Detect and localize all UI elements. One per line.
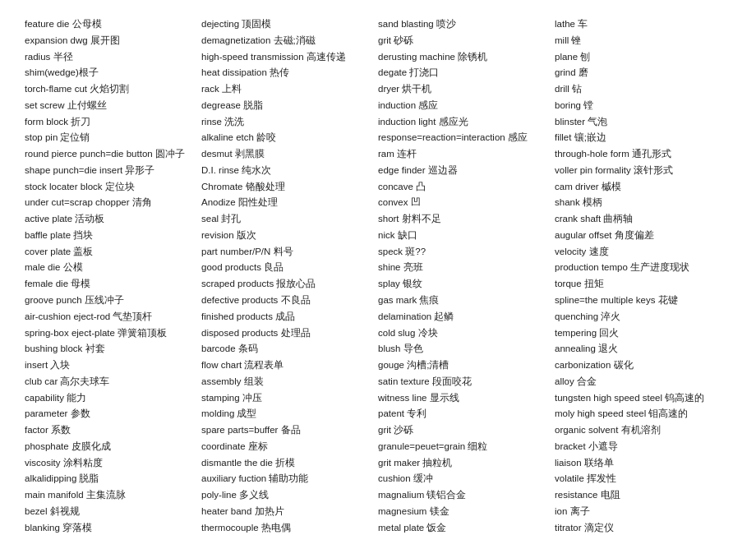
list-item: alkalidipping 脱脂 <box>25 471 201 487</box>
list-item: alkaline etch 龄咬 <box>201 130 378 146</box>
list-item: D.I. rinse 纯水次 <box>201 163 378 179</box>
list-item: augular offset 角度偏差 <box>555 228 731 244</box>
list-item: blanking 穿落模 <box>25 520 201 535</box>
list-item: dryer 烘干机 <box>378 81 555 98</box>
list-item: degate 打浇口 <box>378 65 555 81</box>
list-item: parameter 参数 <box>25 406 201 422</box>
list-item: defective products 不良品 <box>201 293 378 309</box>
list-item: shim(wedge)根子 <box>25 65 201 81</box>
list-item: air-cushion eject-rod 气垫顶杆 <box>25 309 201 325</box>
list-item: thermocouple 热电偶 <box>201 520 378 535</box>
list-item: dismantle the die 折模 <box>201 455 378 472</box>
list-item: active plate 活动板 <box>25 211 201 228</box>
list-item: groove punch 压线冲子 <box>25 293 201 309</box>
list-item: grit maker 抽粒机 <box>378 455 555 472</box>
list-item: boring 镗 <box>555 98 731 114</box>
list-item: good products 良品 <box>201 260 378 276</box>
list-item: high-speed transmission 高速传递 <box>201 49 378 66</box>
list-item: cover plate 盖板 <box>25 244 201 261</box>
list-item: edge finder 巡边器 <box>378 163 555 179</box>
list-item: speck 斑?? <box>378 244 555 261</box>
list-item: finished products 成品 <box>201 309 378 325</box>
list-item: carbonization 碳化 <box>555 357 731 374</box>
list-item: gouge 沟槽;清槽 <box>378 357 555 374</box>
list-item: shank 模柄 <box>555 195 731 211</box>
list-item: sand blasting 喷沙 <box>378 16 555 33</box>
list-item: stop pin 定位销 <box>25 130 201 146</box>
list-item: induction 感应 <box>378 98 555 114</box>
list-item: nick 缺口 <box>378 228 555 244</box>
list-item: round pierce punch=die button 圆冲子 <box>25 146 201 163</box>
list-item: delamination 起鳞 <box>378 309 555 325</box>
list-item: voller pin formality 滚针形式 <box>555 163 731 179</box>
list-item: expansion dwg 展开图 <box>25 33 201 49</box>
list-item: liaison 联络单 <box>555 455 731 472</box>
list-item: splay 银纹 <box>378 276 555 293</box>
list-item: coordinate 座标 <box>201 439 378 455</box>
column-2: dejecting 顶固模demagnetization 去磁;消磁high-s… <box>201 16 378 535</box>
list-item: spline=the multiple keys 花键 <box>555 293 731 309</box>
list-item: drill 钻 <box>555 81 731 98</box>
list-item: demagnetization 去磁;消磁 <box>201 33 378 49</box>
list-item: assembly 组装 <box>201 374 378 390</box>
list-item: stamping 冲压 <box>201 390 378 407</box>
list-item: feature die 公母模 <box>25 16 201 33</box>
list-item: bezel 斜视规 <box>25 504 201 520</box>
list-item: spring-box eject-plate 弹簧箱顶板 <box>25 325 201 342</box>
list-item: set screw 止付螺丝 <box>25 98 201 114</box>
list-item: resistance 电阻 <box>555 487 731 504</box>
list-item: gas mark 焦痕 <box>378 293 555 309</box>
list-item: short 射料不足 <box>378 211 555 228</box>
list-item: patent 专利 <box>378 406 555 422</box>
list-item: Chromate 铬酸处理 <box>201 179 378 196</box>
list-item: velocity 速度 <box>555 244 731 261</box>
list-item: disposed products 处理品 <box>201 325 378 342</box>
column-3: sand blasting 喷沙grit 砂砾derusting machine… <box>378 16 555 535</box>
list-item: barcode 条码 <box>201 341 378 357</box>
list-item: witness line 显示线 <box>378 390 555 407</box>
list-item: bracket 小遮导 <box>555 439 731 455</box>
list-item: poly-line 多义线 <box>201 487 378 504</box>
list-item: flow chart 流程表单 <box>201 357 378 374</box>
list-item: scraped products 报放心品 <box>201 276 378 293</box>
list-item: through-hole form 通孔形式 <box>555 146 731 163</box>
list-item: female die 母模 <box>25 276 201 293</box>
list-item: club car 高尔夫球车 <box>25 374 201 390</box>
list-item: magnalium 镁铝合金 <box>378 487 555 504</box>
list-item: convex 凹 <box>378 195 555 211</box>
list-item: shine 亮班 <box>378 260 555 276</box>
list-item: viscosity 涂料粘度 <box>25 455 201 472</box>
list-item: concave 凸 <box>378 179 555 196</box>
list-item: grit 砂砾 <box>378 33 555 49</box>
list-item: rinse 洗洗 <box>201 114 378 131</box>
list-item: radius 半径 <box>25 49 201 66</box>
list-item: induction light 感应光 <box>378 114 555 131</box>
list-item: organic solvent 有机溶剂 <box>555 422 731 439</box>
list-item: bushing block 衬套 <box>25 341 201 357</box>
list-item: production tempo 生产进度现状 <box>555 260 731 276</box>
list-item: response=reaction=interaction 感应 <box>378 130 555 146</box>
list-item: degrease 脱脂 <box>201 98 378 114</box>
list-item: revision 版次 <box>201 228 378 244</box>
column-4: lathe 车mill 锉plane 刨grind 磨drill 钻boring… <box>555 16 731 535</box>
list-item: ion 离子 <box>555 504 731 520</box>
list-item: blush 导色 <box>378 341 555 357</box>
list-item: metal plate 饭金 <box>378 520 555 535</box>
list-item: form block 折刀 <box>25 114 201 131</box>
list-item: titrator 滴定仪 <box>555 520 731 535</box>
list-item: satin texture 段面咬花 <box>378 374 555 390</box>
list-item: derusting machine 除锈机 <box>378 49 555 66</box>
list-item: torque 扭矩 <box>555 276 731 293</box>
list-item: ram 连杆 <box>378 146 555 163</box>
list-item: dejecting 顶固模 <box>201 16 378 33</box>
list-item: baffle plate 挡块 <box>25 228 201 244</box>
list-item: factor 系数 <box>25 422 201 439</box>
column-1: feature die 公母模expansion dwg 展开图radius 半… <box>25 16 201 535</box>
list-item: male die 公模 <box>25 260 201 276</box>
list-item: capability 能力 <box>25 390 201 407</box>
list-item: annealing 退火 <box>555 341 731 357</box>
list-item: molding 成型 <box>201 406 378 422</box>
list-item: shape punch=die insert 异形子 <box>25 163 201 179</box>
list-item: blinster 气泡 <box>555 114 731 131</box>
list-item: phosphate 皮膜化成 <box>25 439 201 455</box>
